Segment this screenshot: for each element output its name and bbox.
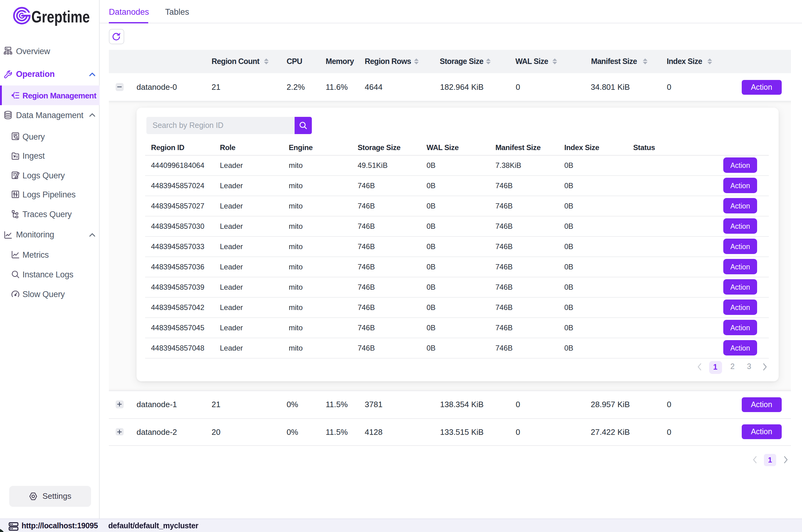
svg-text:Greptime: Greptime <box>31 7 90 26</box>
